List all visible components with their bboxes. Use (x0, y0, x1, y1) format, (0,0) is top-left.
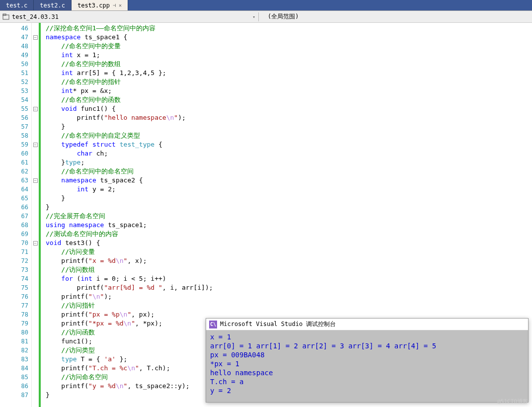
fold-toggle[interactable]: − (33, 35, 38, 40)
fold-gutter: −−−−− (32, 23, 39, 407)
fold-toggle[interactable]: − (33, 107, 38, 111)
tab-test3-cpp[interactable]: test3.cpp ⊣ ✕ (72, 0, 128, 10)
project-dropdown[interactable]: test_24.03.31 ▾ (12, 13, 255, 20)
line-number-gutter: 4647484950515253545556575859606162636465… (0, 23, 32, 407)
tab-label: test3.cpp (77, 2, 110, 9)
nav-toolbar: test_24.03.31 ▾ (全局范围) (0, 11, 532, 23)
tab-label: test.c (6, 2, 27, 9)
vs-icon: C\ (209, 321, 217, 328)
watermark: @51CTO博客 (497, 398, 528, 405)
fold-toggle[interactable]: − (33, 143, 38, 147)
tab-bar: test.c test2.c test3.cpp ⊣ ✕ (0, 0, 532, 11)
scope-dropdown[interactable]: (全局范围) (262, 12, 299, 21)
project-icon (2, 13, 10, 21)
debug-console-window[interactable]: C\ Microsoft Visual Studio 调试控制台 x = 1 a… (206, 318, 529, 403)
console-output[interactable]: x = 1 arr[0] = 1 arr[1] = 2 arr[2] = 3 a… (206, 330, 528, 397)
pin-icon[interactable]: ⊣ (113, 2, 116, 8)
scope-label: (全局范围) (268, 13, 299, 20)
chevron-down-icon: ▾ (253, 14, 255, 19)
console-title-text: Microsoft Visual Studio 调试控制台 (220, 320, 336, 328)
close-icon[interactable]: ✕ (119, 2, 122, 8)
divider (258, 12, 259, 21)
console-titlebar[interactable]: C\ Microsoft Visual Studio 调试控制台 (206, 319, 528, 330)
fold-toggle[interactable]: − (33, 178, 38, 183)
tab-test-c[interactable]: test.c (0, 0, 34, 10)
fold-toggle[interactable]: − (33, 241, 38, 245)
project-name: test_24.03.31 (12, 13, 59, 20)
tab-label: test2.c (40, 2, 65, 9)
tab-test2-c[interactable]: test2.c (34, 0, 72, 10)
